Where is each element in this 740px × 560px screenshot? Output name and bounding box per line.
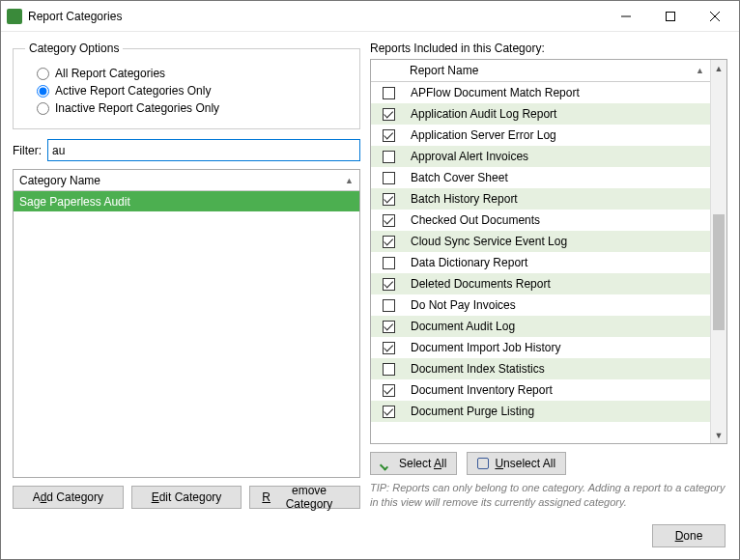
report-row[interactable]: Cloud Sync Service Event Log [371,231,710,252]
category-buttons: Add Category Edit Category Remove Catego… [13,486,360,509]
report-row[interactable]: Batch Cover Sheet [371,167,710,188]
filter-row: Filter: [13,139,360,161]
radio-active-label: Active Report Categories Only [55,84,211,98]
radio-active-categories[interactable]: Active Report Categories Only [25,84,348,98]
reports-scrollbar[interactable]: ▲ ▼ [710,60,726,443]
check-icon [381,458,393,469]
maximize-button[interactable] [648,2,693,31]
report-checkbox[interactable] [383,342,395,354]
report-name: Checked Out Documents [411,213,540,227]
report-checkbox[interactable] [383,151,395,163]
report-row[interactable]: Document Index Statistics [371,358,710,379]
report-row[interactable]: Data Dictionary Report [371,252,710,273]
report-row[interactable]: Do Not Pay Invoices [371,294,710,316]
report-checkbox[interactable] [383,87,395,99]
minimize-button[interactable] [604,2,648,31]
category-name: Sage Paperless Audit [19,195,130,209]
report-name: Do Not Pay Invoices [411,298,516,312]
footer: Done [1,517,739,559]
report-name: Document Audit Log [411,320,515,333]
category-row-selected[interactable]: Sage Paperless Audit [14,191,359,211]
report-checkbox[interactable] [383,257,395,269]
category-grid[interactable]: Category Name ▲ Sage Paperless Audit [13,169,360,478]
report-name: Batch Cover Sheet [411,171,508,184]
scroll-thumb[interactable] [713,214,725,330]
reports-label: Reports Included in this Category: [370,42,727,55]
report-row[interactable]: Application Server Error Log [371,125,710,146]
report-checkbox[interactable] [383,299,395,312]
category-options-legend: Category Options [25,42,123,55]
report-row[interactable]: Document Import Job History [371,337,710,358]
report-checkbox[interactable] [383,172,395,184]
report-name: APFlow Document Match Report [411,86,580,99]
report-row[interactable]: Approval Alert Invoices [371,146,710,167]
filter-input[interactable] [47,139,360,161]
done-button[interactable]: Done [652,524,726,547]
category-grid-header-label: Category Name [19,174,345,187]
report-row[interactable]: Document Inventory Report [371,379,710,401]
minimize-icon [621,12,631,21]
left-column: Category Options All Report Categories A… [13,42,360,509]
report-name: Document Purge Listing [411,405,534,418]
square-icon [477,458,489,469]
report-checkbox[interactable] [383,129,395,142]
report-row[interactable]: Checked Out Documents [371,210,710,231]
report-name: Batch History Report [411,192,518,206]
sort-asc-icon: ▲ [696,66,704,75]
scroll-up-button[interactable]: ▲ [711,60,726,76]
report-name: Approval Alert Invoices [411,150,528,163]
report-checkbox[interactable] [383,278,395,291]
report-checkbox[interactable] [383,236,395,248]
report-name: Deleted Documents Report [411,277,551,291]
scroll-down-button[interactable]: ▼ [711,427,726,443]
report-row[interactable]: Application Audit Log Report [371,103,710,125]
reports-panel: Report Name ▲ APFlow Document Match Repo… [370,59,727,444]
svg-rect-1 [667,12,675,20]
radio-active-input[interactable] [37,85,49,98]
window-controls [604,2,737,31]
report-checkbox[interactable] [383,363,395,376]
category-grid-header[interactable]: Category Name ▲ [14,170,359,191]
radio-inactive-input[interactable] [37,102,49,115]
category-options-group: Category Options All Report Categories A… [13,42,360,129]
sort-asc-icon: ▲ [345,176,354,185]
report-name: Document Index Statistics [411,362,545,376]
category-grid-body: Sage Paperless Audit [14,191,359,477]
radio-all-categories[interactable]: All Report Categories [25,67,348,80]
titlebar[interactable]: Report Categories [1,1,739,32]
radio-inactive-label: Inactive Report Categories Only [55,101,219,115]
selection-buttons: Select All Unselect All [370,452,727,475]
radio-all-input[interactable] [37,68,49,80]
maximize-icon [666,12,675,21]
report-checkbox[interactable] [383,384,395,397]
report-checkbox[interactable] [383,321,395,333]
remove-category-button[interactable]: Remove Category [249,486,360,509]
radio-all-label: All Report Categories [55,67,165,80]
select-all-button[interactable]: Select All [370,452,457,475]
report-row[interactable]: Deleted Documents Report [371,273,710,294]
report-row[interactable]: Document Audit Log [371,316,710,337]
report-name: Document Import Job History [411,341,560,354]
radio-inactive-categories[interactable]: Inactive Report Categories Only [25,101,348,115]
report-row[interactable]: APFlow Document Match Report [371,82,710,103]
filter-label: Filter: [13,144,42,157]
reports-header[interactable]: Report Name ▲ [371,60,710,82]
report-checkbox[interactable] [383,193,395,206]
edit-category-button[interactable]: Edit Category [131,486,242,509]
report-row[interactable]: Document Purge Listing [371,401,710,422]
report-name: Cloud Sync Service Event Log [411,235,567,248]
report-name: Data Dictionary Report [411,256,527,269]
report-row[interactable]: Batch History Report [371,188,710,210]
report-checkbox[interactable] [383,214,395,227]
right-column: Reports Included in this Category: Repor… [370,42,727,509]
reports-header-label: Report Name [410,64,696,77]
app-icon [7,9,22,24]
unselect-all-button[interactable]: Unselect All [467,452,566,475]
report-name: Application Audit Log Report [411,107,556,121]
report-checkbox[interactable] [383,108,395,121]
window-root: Report Categories Category Options All R… [0,0,740,560]
report-checkbox[interactable] [383,406,395,418]
close-button[interactable] [693,2,737,31]
add-category-button[interactable]: Add Category [13,486,124,509]
window-title: Report Categories [28,10,604,23]
